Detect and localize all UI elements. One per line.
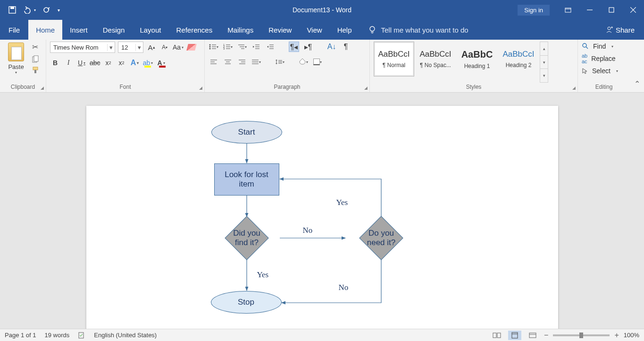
label-no-1: No	[303, 226, 313, 235]
share-label: Share	[616, 26, 635, 34]
tab-design[interactable]: Design	[95, 20, 133, 40]
rtl-direction-icon[interactable]: ▸¶	[303, 42, 313, 52]
change-case-icon[interactable]: Aa▾	[173, 42, 184, 52]
replace-button[interactable]: abacReplace	[582, 53, 616, 64]
svg-point-2	[44, 8, 49, 12]
bullets-icon[interactable]: ▾	[209, 42, 219, 52]
highlight-icon[interactable]: ab▾	[143, 58, 153, 68]
clipboard-dialog-icon[interactable]: ◢	[41, 85, 44, 90]
status-language[interactable]: English (United States)	[94, 332, 157, 339]
tab-file[interactable]: File	[0, 20, 28, 40]
cut-icon[interactable]: ✂	[32, 43, 40, 51]
proofing-icon[interactable]	[78, 332, 85, 339]
status-words[interactable]: 19 words	[45, 332, 70, 339]
zoom-out-icon[interactable]: −	[544, 331, 548, 340]
justify-icon[interactable]: ▾	[251, 57, 261, 67]
align-center-icon[interactable]	[223, 57, 233, 67]
style-gallery-more[interactable]: ▴▾▾	[540, 42, 548, 83]
style-no-spacing[interactable]: AaBbCcI¶ No Spac...	[415, 42, 456, 77]
svg-rect-1	[10, 7, 14, 9]
save-icon[interactable]	[8, 6, 16, 14]
paste-label: Paste	[8, 63, 24, 70]
tell-me-search[interactable]: Tell me what you want to do	[360, 20, 477, 40]
strikethrough-icon[interactable]: abc	[90, 58, 100, 68]
svg-rect-3	[565, 8, 571, 12]
underline-icon[interactable]: U▾	[76, 58, 87, 68]
shrink-font-icon[interactable]: A▾	[159, 42, 170, 52]
redo-icon[interactable]	[42, 6, 51, 14]
minimize-icon[interactable]	[579, 0, 601, 20]
close-icon[interactable]	[622, 0, 644, 20]
share-button[interactable]: Share	[596, 20, 644, 40]
find-button[interactable]: Find▾	[582, 43, 613, 50]
maximize-icon[interactable]	[601, 0, 622, 20]
tab-mailings[interactable]: Mailings	[220, 20, 261, 40]
align-left-icon[interactable]	[209, 57, 219, 67]
tab-view[interactable]: View	[299, 20, 329, 40]
flowchart-start[interactable]: Start	[211, 121, 282, 144]
style-normal[interactable]: AaBbCcI¶ Normal	[374, 42, 414, 77]
bold-icon[interactable]: B	[50, 58, 60, 68]
shading-icon[interactable]: ▾	[298, 57, 309, 67]
signin-button[interactable]: Sign in	[518, 5, 550, 16]
tab-help[interactable]: Help	[330, 20, 360, 40]
tell-me-label: Tell me what you want to do	[381, 26, 468, 34]
styles-dialog-icon[interactable]: ◢	[572, 85, 576, 90]
group-label-clipboard: Clipboard	[4, 83, 42, 92]
print-layout-icon[interactable]	[508, 331, 521, 340]
increase-indent-icon[interactable]	[265, 42, 276, 52]
tab-layout[interactable]: Layout	[132, 20, 168, 40]
tab-insert[interactable]: Insert	[62, 20, 95, 40]
qat-customize-icon[interactable]: ▾	[58, 8, 60, 13]
web-layout-icon[interactable]	[526, 331, 539, 340]
flowchart-process-look[interactable]: Look for lost item	[214, 163, 279, 196]
zoom-slider[interactable]	[553, 334, 610, 336]
flowchart-decision-need[interactable]: Do you need it?	[359, 216, 403, 260]
select-button[interactable]: Select▾	[582, 67, 618, 75]
font-size-combo[interactable]: 12▾	[118, 42, 143, 53]
style-heading-2[interactable]: AaBbCcIHeading 2	[498, 42, 539, 77]
font-color-icon[interactable]: A▾	[156, 58, 167, 68]
flowchart-decision-find[interactable]: Did you find it?	[225, 216, 268, 260]
collapse-ribbon-icon[interactable]: ⌃	[630, 40, 644, 92]
line-spacing-icon[interactable]: ▾	[275, 57, 285, 67]
paste-button[interactable]: Paste ▾	[4, 42, 28, 75]
zoom-level[interactable]: 100%	[624, 332, 639, 339]
font-dialog-icon[interactable]: ◢	[199, 85, 202, 90]
align-right-icon[interactable]	[237, 57, 247, 67]
decrease-indent-icon[interactable]	[251, 42, 261, 52]
document-area[interactable]: Start Look for lost item Did you find it…	[0, 93, 644, 332]
svg-point-23	[209, 48, 211, 50]
style-heading-1[interactable]: AaBbCHeading 1	[457, 42, 497, 77]
clear-formatting-icon[interactable]	[186, 42, 197, 52]
page[interactable]: Start Look for lost item Did you find it…	[86, 106, 558, 332]
zoom-in-icon[interactable]: +	[614, 331, 619, 340]
tab-home[interactable]: Home	[28, 20, 62, 40]
copy-icon[interactable]	[32, 55, 40, 63]
numbering-icon[interactable]: 123▾	[223, 42, 233, 52]
format-painter-icon[interactable]	[32, 67, 40, 74]
text-effects-icon[interactable]: A▾	[130, 58, 140, 68]
multilevel-list-icon[interactable]: ▾	[237, 42, 247, 52]
sort-icon[interactable]: A↓	[326, 42, 337, 52]
font-name-combo[interactable]: Times New Rom▾	[50, 42, 115, 53]
superscript-icon[interactable]: x2	[117, 58, 127, 68]
flowchart-stop[interactable]: Stop	[211, 291, 282, 314]
tab-references[interactable]: References	[168, 20, 220, 40]
font-name-value: Times New Rom	[50, 44, 107, 51]
paragraph-dialog-icon[interactable]: ◢	[364, 85, 368, 90]
group-clipboard: Paste ▾ ✂ Clipboard ◢	[0, 40, 46, 92]
status-page[interactable]: Page 1 of 1	[5, 332, 36, 339]
read-mode-icon[interactable]	[490, 331, 503, 340]
subscript-icon[interactable]: x2	[103, 58, 114, 68]
ltr-direction-icon[interactable]: ¶◂	[289, 42, 299, 52]
tab-review[interactable]: Review	[261, 20, 299, 40]
ribbon-display-icon[interactable]	[557, 0, 579, 20]
label-yes-2: Yes	[257, 270, 269, 280]
italic-icon[interactable]: I	[63, 58, 74, 68]
grow-font-icon[interactable]: A▴	[146, 42, 157, 52]
undo-icon[interactable]: ▾	[23, 6, 36, 14]
show-marks-icon[interactable]: ¶	[341, 42, 351, 52]
borders-icon[interactable]: ▾	[312, 57, 323, 67]
svg-rect-63	[493, 333, 496, 338]
